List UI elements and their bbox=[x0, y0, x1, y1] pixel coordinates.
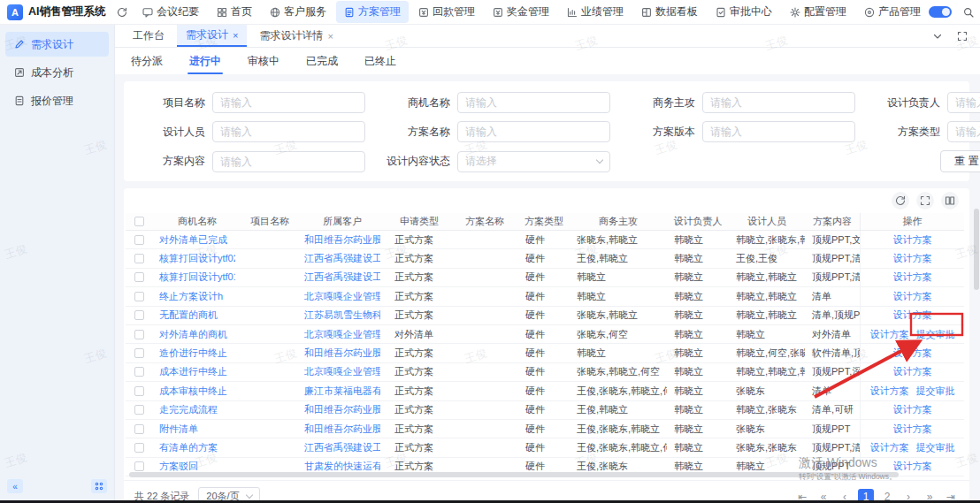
tab-需求设计详情[interactable]: 需求设计详情× bbox=[250, 25, 341, 47]
row-checkbox[interactable] bbox=[134, 443, 144, 453]
name-link[interactable]: 成本审核中终止 bbox=[159, 385, 227, 398]
customer-link[interactable]: 北京嘎嘎企业管理有... bbox=[304, 365, 380, 378]
expand-icon[interactable] bbox=[953, 27, 971, 45]
design-plan-link[interactable]: 设计方案 bbox=[893, 423, 932, 436]
row-checkbox[interactable] bbox=[134, 348, 144, 358]
sidebar-item-成本分析[interactable]: 成本分析 bbox=[5, 60, 109, 85]
nav-item-审批中心[interactable]: 审批中心 bbox=[708, 1, 780, 23]
design-plan-link[interactable]: 设计方案 bbox=[893, 403, 932, 416]
design-plan-link[interactable]: 设计方案 bbox=[893, 347, 932, 360]
nav-item-首页[interactable]: 首页 bbox=[209, 1, 260, 23]
design-plan-link[interactable]: 设计方案 bbox=[870, 385, 909, 398]
design-plan-link[interactable]: 设计方案 bbox=[870, 441, 909, 454]
table-fullscreen-icon[interactable] bbox=[916, 192, 934, 210]
filter-input-设计负责人[interactable] bbox=[947, 92, 980, 113]
name-link[interactable]: 成本进行中终止 bbox=[159, 365, 227, 378]
vertical-scrollbar[interactable] bbox=[974, 168, 979, 495]
design-plan-link[interactable]: 设计方案 bbox=[893, 252, 932, 265]
row-checkbox[interactable] bbox=[134, 386, 144, 396]
name-link[interactable]: 核算打回设计ytf02 bbox=[159, 252, 235, 265]
customer-link[interactable]: 廉江市莱福电器有限... bbox=[304, 385, 380, 398]
status-tab-待分派[interactable]: 待分派 bbox=[129, 49, 165, 74]
name-link[interactable]: 附件清单 bbox=[159, 423, 198, 436]
nav-item-业绩管理[interactable]: 业绩管理 bbox=[559, 1, 632, 23]
name-link[interactable]: 无配置的商机 bbox=[159, 309, 218, 322]
filter-select-设计内容状态[interactable]: 请选择 bbox=[457, 151, 610, 172]
customer-link[interactable]: 江西省禹强建设工程... bbox=[304, 271, 380, 284]
tab-工作台[interactable]: 工作台 bbox=[124, 25, 173, 47]
filter-input-方案内容[interactable] bbox=[212, 151, 365, 172]
customer-link[interactable]: 和田维吾尔药业股份... bbox=[304, 347, 380, 360]
filter-input-方案类型[interactable] bbox=[947, 121, 980, 142]
submit-approval-link[interactable]: 提交审批 bbox=[916, 328, 955, 341]
design-plan-link[interactable]: 设计方案 bbox=[893, 365, 932, 378]
status-tab-已终止[interactable]: 已终止 bbox=[363, 49, 398, 74]
customer-link[interactable]: 和田维吾尔药业股份... bbox=[304, 403, 380, 416]
sidebar-collapse-icon[interactable]: « bbox=[7, 479, 23, 493]
filter-input-商机名称[interactable] bbox=[457, 92, 610, 113]
customer-link[interactable]: 江苏易凯雪生物科技... bbox=[304, 309, 380, 322]
nav-item-回款管理[interactable]: 回款管理 bbox=[410, 1, 483, 23]
row-checkbox[interactable] bbox=[134, 292, 144, 301]
search-icon[interactable] bbox=[960, 4, 977, 21]
filter-input-商务主攻[interactable] bbox=[702, 92, 855, 113]
nav-item-客户服务[interactable]: 客户服务 bbox=[262, 1, 334, 23]
refresh-icon[interactable] bbox=[113, 4, 131, 21]
row-checkbox[interactable] bbox=[134, 235, 144, 245]
sidebar-item-需求设计[interactable]: 需求设计 bbox=[5, 32, 109, 57]
tab-需求设计[interactable]: 需求设计× bbox=[177, 25, 247, 47]
filter-input-方案版本[interactable] bbox=[702, 121, 855, 142]
nav-item-方案管理[interactable]: 方案管理 bbox=[336, 1, 409, 23]
name-link[interactable]: 造价进行中终止 bbox=[159, 347, 227, 360]
theme-toggle[interactable] bbox=[929, 6, 952, 18]
nav-item-会议纪要[interactable]: 会议纪要 bbox=[134, 1, 207, 23]
row-checkbox[interactable] bbox=[134, 461, 144, 471]
design-plan-link[interactable]: 设计方案 bbox=[893, 290, 932, 303]
sidebar-item-报价管理[interactable]: 报价管理 bbox=[5, 88, 109, 113]
row-checkbox[interactable] bbox=[134, 254, 144, 263]
row-checkbox[interactable] bbox=[134, 272, 144, 282]
nav-item-奖金管理[interactable]: 奖金管理 bbox=[485, 1, 557, 23]
name-link[interactable]: 终止方案设计h bbox=[159, 290, 223, 303]
filter-input-项目名称[interactable] bbox=[212, 92, 365, 113]
table-columns-icon[interactable] bbox=[941, 192, 959, 210]
vscroll-thumb[interactable] bbox=[974, 209, 979, 290]
customer-link[interactable]: 北京嘎嘎企业管理有... bbox=[304, 328, 380, 341]
hscroll-thumb[interactable] bbox=[129, 472, 899, 477]
table-refresh-icon[interactable] bbox=[892, 192, 909, 210]
row-checkbox[interactable] bbox=[134, 405, 144, 415]
design-plan-link[interactable]: 设计方案 bbox=[893, 233, 932, 247]
filter-input-设计人员[interactable] bbox=[212, 121, 365, 142]
sidebar-apps-icon[interactable] bbox=[91, 479, 107, 493]
design-plan-link[interactable]: 设计方案 bbox=[893, 271, 932, 284]
status-tab-进行中[interactable]: 进行中 bbox=[188, 49, 223, 74]
name-link[interactable]: 有清单的方案 bbox=[159, 441, 218, 454]
row-checkbox[interactable] bbox=[134, 310, 144, 320]
row-checkbox[interactable] bbox=[134, 330, 144, 339]
status-tab-已完成[interactable]: 已完成 bbox=[304, 49, 340, 74]
horizontal-scrollbar[interactable] bbox=[129, 472, 957, 477]
name-link[interactable]: 走完完成流程 bbox=[159, 403, 218, 416]
customer-link[interactable]: 和田维吾尔药业股份... bbox=[304, 233, 380, 247]
name-link[interactable]: 对外清单的商机 bbox=[159, 328, 227, 341]
customer-link[interactable]: 江西省禹强建设工程... bbox=[304, 441, 380, 454]
select-all-checkbox[interactable] bbox=[134, 217, 144, 226]
name-link[interactable]: 核算打回设计ytf01 bbox=[159, 271, 235, 284]
submit-approval-link[interactable]: 提交审批 bbox=[916, 385, 955, 398]
filter-input-方案名称[interactable] bbox=[457, 121, 610, 142]
close-icon[interactable]: × bbox=[327, 31, 333, 42]
customer-link[interactable]: 和田维吾尔药业股份... bbox=[304, 423, 380, 436]
row-checkbox[interactable] bbox=[134, 424, 144, 434]
name-link[interactable]: 对外清单已完成 bbox=[159, 233, 227, 247]
design-plan-link[interactable]: 设计方案 bbox=[870, 328, 909, 341]
nav-item-配置管理[interactable]: 配置管理 bbox=[782, 1, 854, 23]
row-checkbox[interactable] bbox=[134, 367, 144, 377]
status-tab-审核中[interactable]: 审核中 bbox=[246, 49, 281, 74]
nav-item-数据看板[interactable]: 数据看板 bbox=[633, 1, 706, 23]
customer-link[interactable]: 江西省禹强建设工程... bbox=[304, 252, 380, 265]
submit-approval-link[interactable]: 提交审批 bbox=[916, 441, 955, 454]
design-plan-link[interactable]: 设计方案 bbox=[893, 309, 932, 322]
close-icon[interactable]: × bbox=[233, 30, 238, 41]
chevron-down-icon[interactable] bbox=[929, 27, 946, 45]
customer-link[interactable]: 北京嘎嘎企业管理有... bbox=[304, 290, 380, 303]
